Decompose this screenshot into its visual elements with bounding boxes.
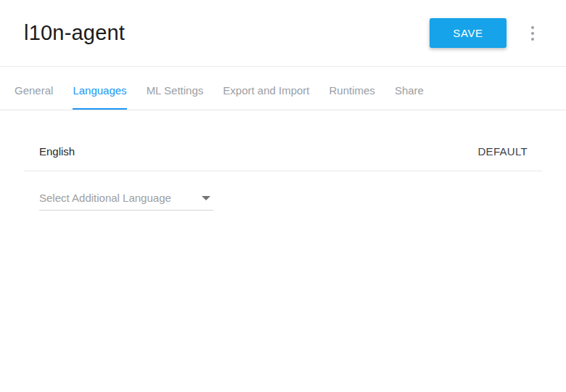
tab-languages[interactable]: Languages: [73, 67, 126, 110]
kebab-menu-icon: [531, 38, 534, 41]
languages-panel: English DEFAULT Select Additional Langua…: [0, 132, 566, 211]
more-options-button[interactable]: [527, 23, 538, 44]
tab-ml-settings[interactable]: ML Settings: [147, 67, 204, 110]
dropdown-arrow-icon: [202, 196, 210, 200]
language-name: English: [39, 145, 75, 158]
default-language-badge: DEFAULT: [477, 145, 528, 158]
tab-runtimes[interactable]: Runtimes: [329, 67, 375, 110]
tab-share[interactable]: Share: [395, 67, 424, 110]
tab-export-and-import[interactable]: Export and Import: [223, 67, 309, 110]
add-language-select-placeholder: Select Additional Language: [39, 192, 171, 204]
agent-title: l10n-agent: [24, 21, 430, 45]
language-row-english[interactable]: English DEFAULT: [24, 132, 542, 171]
kebab-menu-icon: [531, 26, 534, 29]
save-button[interactable]: SAVE: [430, 18, 506, 48]
app-header: l10n-agent SAVE: [0, 0, 566, 67]
tab-general[interactable]: General: [15, 67, 53, 110]
settings-tab-bar: General Languages ML Settings Export and…: [0, 67, 566, 110]
kebab-menu-icon: [531, 32, 534, 35]
add-language-select[interactable]: Select Additional Language: [39, 192, 213, 211]
